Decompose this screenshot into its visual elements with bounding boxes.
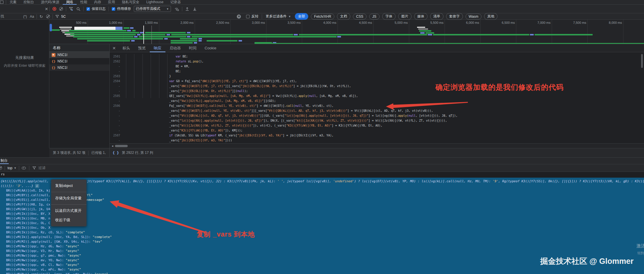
tab-性能[interactable]: 性能 <box>77 0 91 5</box>
clear-network-log-icon[interactable] <box>59 7 63 11</box>
console-object-row[interactable]: BR()[vM(MJ)].apply(null, [GW, X9, U4c, k… <box>0 239 644 244</box>
console-object-row[interactable]: BR()[vM(BY)].call(null, : "ffl" <box>0 193 644 198</box>
menu-item-复制object[interactable]: 复制object <box>51 181 86 190</box>
menu-item-存储为全局变量[interactable]: 存储为全局变量 <box>51 194 86 203</box>
console-object-row[interactable]: BR()[vM(Ik)](Uxc, OL, C <box>0 221 644 226</box>
console-object-row[interactable]: BR()[vM(Nw)](qqc, Hz, dG, Nw): "async" <box>0 244 644 249</box>
tab-元素[interactable]: 元素 <box>6 0 20 5</box>
console-object-row[interactable]: BR()[vM(Ik)](Uxc, Rz, cO, SL): "complete… <box>0 230 644 235</box>
filter-chip-全部[interactable]: 全部 <box>295 13 308 20</box>
filter-chip-套接字[interactable]: 套接字 <box>446 13 463 20</box>
close-search-icon[interactable]: ✕ <box>44 7 49 11</box>
response-code-viewer[interactable]: 2501var BE;2502return sL.pop(),-BE = KM,… <box>110 52 644 143</box>
code-text: if (SA(bD, SS) && LO(typeof KM, (_vars["… <box>169 133 333 138</box>
console-object-row[interactable]: BR()[vM(Ik)](Uxc, BY, X <box>0 212 644 216</box>
request-row[interactable]: N5C1I <box>49 52 109 58</box>
console-object-row[interactable]: BR()[vM(Ik)](Uxc, MB, n <box>0 216 644 221</box>
console-object-row[interactable]: BR()[vM(Nw)](qqc, vL, mFc, Nw): "async" <box>0 267 644 272</box>
console-value: "async" <box>95 272 108 274</box>
requests-name-column-header[interactable]: 名称 <box>49 44 109 52</box>
regex-toggle[interactable]: (*) <box>23 15 27 19</box>
line-number: - <box>110 89 122 93</box>
inspect-device-icon[interactable] <box>0 1 3 4</box>
console-object-row[interactable]: BR()[vM(Ik)](Uxc, Ob, X <box>0 226 644 230</box>
tab-记录器[interactable]: 记录器 <box>167 0 184 5</box>
filter-chip-媒体[interactable]: 媒体 <box>414 13 427 20</box>
tab-应用[interactable]: 应用 <box>104 0 118 5</box>
filter-chip-文档[interactable]: 文档 <box>337 13 350 20</box>
scrollbar-thumb[interactable] <box>115 145 128 147</box>
tab-Lighthouse[interactable]: Lighthouse <box>143 0 167 5</box>
timeline-tick-label: 5,500 ms <box>424 21 443 24</box>
filter-chip-CSS[interactable]: CSS <box>353 14 367 19</box>
search-icon[interactable] <box>76 7 80 11</box>
console-object-row[interactable]: BR()[vM(ES)].call(null, : "onmessage" <box>0 198 644 202</box>
filter-chip-图片[interactable]: 图片 <box>398 13 412 20</box>
timeline-gridline <box>587 20 588 44</box>
find-input[interactable]: 找 <box>1 14 4 19</box>
more-filters-button[interactable]: 更多过滤条件 <box>266 14 286 19</box>
preserve-log-checkbox[interactable]: ✓ 保留日志 <box>86 6 106 11</box>
filter-chip-Fetch/XHR[interactable]: Fetch/XHR <box>311 14 334 19</box>
export-har-icon[interactable] <box>193 7 197 11</box>
filter-chip-JS[interactable]: JS <box>369 14 380 19</box>
clear-search-icon[interactable] <box>46 15 50 18</box>
tab-控制台[interactable]: 控制台 <box>20 0 37 5</box>
tab-内存[interactable]: 内存 <box>91 0 104 5</box>
code-horizontal-scrollbar[interactable]: ◄ <box>110 143 644 148</box>
preserve-log-label: 保留日志 <box>92 6 106 11</box>
console-object-row[interactable]: BR()[vM(Ik)].apply(null, [Uxc, YA, Bd, S… <box>0 235 644 239</box>
pretty-print-icon[interactable]: { } <box>113 151 119 155</box>
divider <box>53 14 53 19</box>
response-tab-响应[interactable]: 响应 <box>150 44 165 52</box>
response-tab-标头[interactable]: 标头 <box>118 44 134 52</box>
tab-console[interactable]: 制台 <box>0 158 9 164</box>
object-preview-line-2: (())]): '3', ...}i <box>0 184 644 188</box>
network-conditions-icon[interactable] <box>174 7 179 11</box>
refresh-icon[interactable]: ↻ <box>39 14 43 19</box>
waterfall-bar <box>124 27 129 29</box>
response-tab-预览[interactable]: 预览 <box>134 44 150 52</box>
request-row[interactable]: {}N5C1I <box>49 58 109 64</box>
live-expression-eye-icon[interactable] <box>22 167 26 170</box>
console-object-row[interactable]: BR()[vM(Ff)](H8, Ig, cx <box>0 202 644 207</box>
console-object-row[interactable]: BR()[vM(Nw)].apply(null, [qqc, kY, wdc, … <box>0 272 644 274</box>
response-tab-启动器[interactable]: 启动器 <box>165 44 185 52</box>
clear-console-icon[interactable] <box>0 166 2 170</box>
tab-源代码/来源[interactable]: 源代码/来源 <box>37 0 63 5</box>
execution-context-selector[interactable]: top <box>8 166 12 170</box>
invert-checkbox[interactable]: 反转 <box>246 14 258 19</box>
menu-item-收起子级[interactable]: 收起子级 <box>51 215 86 225</box>
tab-网络[interactable]: 网络 <box>63 0 77 5</box>
response-tab-时间[interactable]: 时间 <box>185 44 201 52</box>
clear-filter-icon[interactable]: ✕ <box>237 15 241 19</box>
throttling-dropdown[interactable]: 已停用节流模式 ▼ <box>134 6 171 12</box>
waterfall-bar <box>194 42 197 44</box>
filter-chip-其他[interactable]: 其他 <box>484 13 497 20</box>
match-case-toggle[interactable]: Aa <box>30 15 34 19</box>
console-filter-input[interactable]: 过滤 <box>39 165 46 170</box>
filter-funnel-icon[interactable] <box>69 7 73 11</box>
close-request-detail-icon[interactable]: ✕ <box>110 46 118 50</box>
import-har-icon[interactable] <box>185 7 189 11</box>
tab-隐私与安全[interactable]: 隐私与安全 <box>118 0 143 5</box>
timeline-tick-label: 1,500 ms <box>139 21 158 24</box>
filter-chip-Wasm[interactable]: Wasm <box>466 14 482 19</box>
response-tab-Cookie[interactable]: Cookie <box>201 44 220 52</box>
console-object-row[interactable]: BR()[vM(Nw)](qqc, V3, Hr, Nw): "async" <box>0 249 644 253</box>
disable-cache-checkbox[interactable]: ✓ 停用缓存 <box>112 6 131 11</box>
object-preview-line: {kt()[Jz(fL)].apply(null, [Yc, vt(fL), Z… <box>0 179 644 184</box>
console-object-row[interactable]: BR()[vM(AA)](vO, Ik, kj <box>0 188 644 193</box>
menu-item-以递归方式展开[interactable]: 以递归方式展开 <box>51 206 86 215</box>
network-overview-timeline[interactable]: 500 ms1,000 ms1,500 ms2,000 ms2,500 ms3,… <box>49 20 644 44</box>
code-vertical-scrollbar[interactable] <box>641 54 643 68</box>
request-row[interactable]: {}N5C1I <box>49 64 109 71</box>
scroll-left-icon[interactable]: ◄ <box>111 145 114 147</box>
record-icon[interactable] <box>53 7 56 11</box>
console-object-row[interactable]: BR()[vM(GW)](j1, jk, U4 <box>0 207 644 212</box>
overview-drag-handle[interactable] <box>50 24 52 31</box>
filter-chip-字体[interactable]: 字体 <box>382 13 396 20</box>
code-line: -_vars["jb()[E6(tI)](Vf, m3, YA)"]))) <box>110 138 644 143</box>
filter-input[interactable]: 5C <box>61 15 66 19</box>
filter-chip-清单[interactable]: 清单 <box>430 13 443 20</box>
